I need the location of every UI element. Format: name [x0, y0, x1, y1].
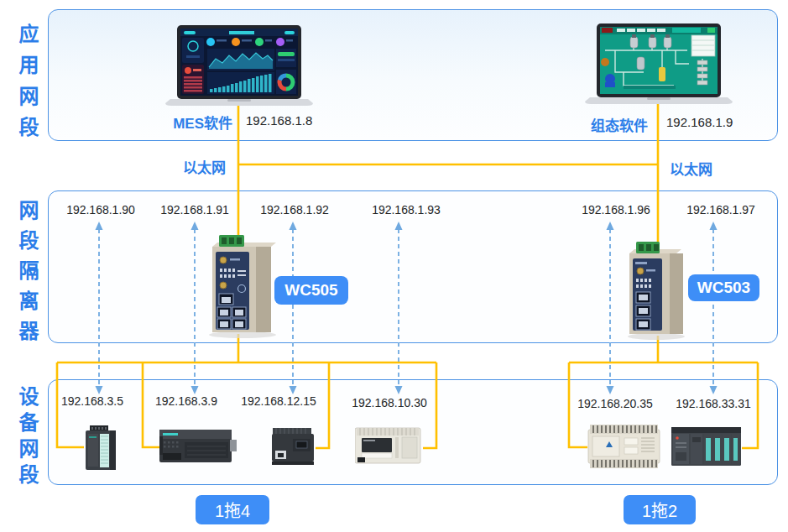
- plc-s7-200-illustration: [159, 426, 237, 470]
- device-ip-3: 192.168.10.30: [352, 396, 427, 409]
- device-ip-4: 192.168.20.35: [577, 397, 653, 410]
- device-ip-5: 192.168.33.31: [676, 397, 751, 410]
- group-1to4-button[interactable]: 1拖4: [196, 495, 269, 524]
- device-ip-0: 192.168.3.5: [61, 394, 123, 408]
- ethernet-label-right: 以太网: [670, 158, 712, 179]
- mes-ip-label: 192.168.1.8: [246, 113, 312, 128]
- scada-ip-label: 192.168.1.9: [666, 115, 733, 129]
- isolator-ip-1: 192.168.1.91: [160, 203, 229, 216]
- isolator-ip-0: 192.168.1.90: [66, 203, 135, 216]
- wc505-badge[interactable]: WC505: [274, 276, 348, 305]
- plc-s7-300-illustration: [84, 425, 119, 477]
- group-1to2-button[interactable]: 1拖2: [624, 495, 696, 524]
- ethernet-label-left: 以太网: [183, 156, 226, 177]
- device-ip-1: 192.168.3.9: [155, 394, 217, 408]
- wc503-badge[interactable]: WC503: [688, 274, 759, 301]
- wc505-gateway-illustration: [204, 235, 281, 342]
- isolator-ip-4: 192.168.1.96: [582, 203, 650, 216]
- zone-title-device: 设备网段: [17, 386, 37, 490]
- network-topology-diagram: 应用网段 网段隔离器 设备网段: [0, 0, 788, 532]
- zone-title-isolator: 网段隔离器: [17, 200, 37, 351]
- zone-title-application: 应用网段: [17, 23, 37, 148]
- mes-laptop: [165, 25, 313, 111]
- plc-mitsubishi-fx-illustration: [355, 425, 424, 471]
- plc-compact-illustration: [270, 427, 316, 469]
- mes-dashboard-screen-illustration: [165, 25, 313, 107]
- wc503-gateway-illustration: [623, 238, 690, 344]
- mes-software-label: MES软件: [164, 112, 232, 133]
- scada-laptop: [585, 23, 733, 109]
- plc-mitsubishi-q-illustration: [671, 425, 743, 472]
- isolator-ip-2: 192.168.1.92: [260, 203, 329, 216]
- device-ip-2: 192.168.12.15: [241, 394, 316, 408]
- isolator-ip-5: 192.168.1.97: [686, 203, 755, 216]
- scada-software-label: 组态软件: [582, 114, 648, 135]
- scada-hmi-screen-illustration: [585, 23, 733, 106]
- isolator-ip-3: 192.168.1.93: [372, 203, 441, 216]
- plc-delta-dvp-illustration: [587, 425, 661, 472]
